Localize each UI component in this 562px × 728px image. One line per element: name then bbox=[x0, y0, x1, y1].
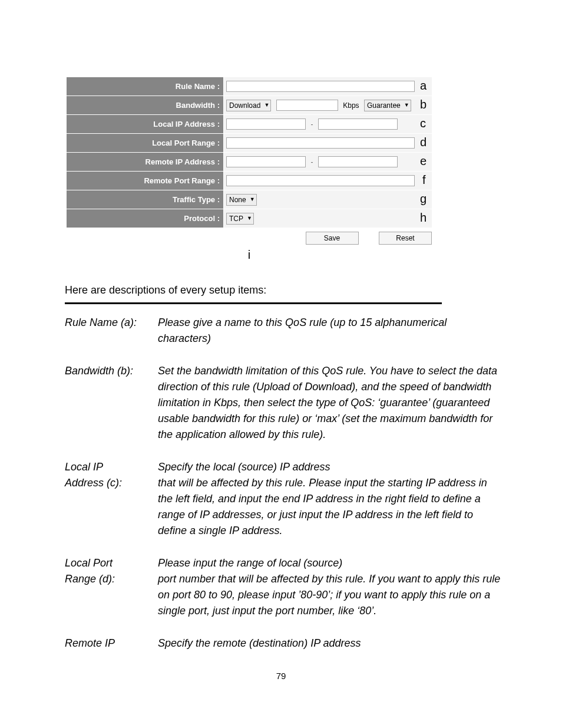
label-remote-port: Remote Port Range : bbox=[67, 172, 224, 190]
field-remote-port bbox=[224, 172, 432, 190]
desc-local-ip-1: Specify the local (source) IP address bbox=[158, 459, 501, 475]
bandwidth-unit: Kbps bbox=[343, 101, 359, 110]
field-remote-ip: - bbox=[224, 153, 432, 172]
desc-rule-name: Please give a name to this QoS rule (up … bbox=[158, 315, 501, 347]
field-bandwidth: Download ▼ Kbps Guarantee ▼ bbox=[224, 96, 432, 115]
bandwidth-type-value: Guarantee bbox=[367, 101, 401, 110]
field-local-ip: - bbox=[224, 115, 432, 134]
callout-b: b bbox=[420, 98, 427, 111]
term-local-port-1: Local Port bbox=[65, 555, 158, 571]
traffic-type-select[interactable]: None ▼ bbox=[226, 194, 257, 206]
field-protocol: TCP ▼ bbox=[224, 209, 432, 228]
local-ip-end-input[interactable] bbox=[318, 118, 398, 130]
desc-local-port-2: port number that will be affected by thi… bbox=[158, 571, 501, 619]
range-separator: - bbox=[310, 158, 313, 166]
callout-h: h bbox=[420, 211, 427, 225]
rule-name-input[interactable] bbox=[226, 81, 415, 92]
range-separator: - bbox=[310, 120, 313, 129]
reset-button[interactable]: Reset bbox=[379, 232, 432, 245]
chevron-down-icon: ▼ bbox=[264, 103, 269, 108]
remote-port-input[interactable] bbox=[226, 175, 415, 186]
protocol-select[interactable]: TCP ▼ bbox=[226, 213, 254, 225]
term-remote-ip: Remote IP bbox=[65, 635, 158, 651]
label-remote-ip: Remote IP Address : bbox=[67, 153, 224, 172]
page: Rule Name : Bandwidth : Download ▼ Kbps … bbox=[0, 0, 562, 728]
protocol-value: TCP bbox=[229, 215, 243, 223]
traffic-type-value: None bbox=[229, 196, 246, 204]
desc-local-ip-2: that will be affected by this rule. Plea… bbox=[158, 475, 501, 539]
local-ip-start-input[interactable] bbox=[226, 118, 306, 130]
qos-form-table: Rule Name : Bandwidth : Download ▼ Kbps … bbox=[67, 77, 432, 228]
callout-e: e bbox=[420, 154, 427, 168]
button-row: Save Reset bbox=[67, 228, 455, 245]
descriptions-table: Rule Name (a): Please give a name to thi… bbox=[65, 315, 501, 651]
term-local-port-2: Range (d): bbox=[65, 571, 158, 619]
remote-ip-start-input[interactable] bbox=[226, 156, 306, 167]
page-number: 79 bbox=[0, 671, 562, 681]
label-local-ip: Local IP Address : bbox=[67, 115, 224, 134]
callout-c: c bbox=[420, 117, 426, 130]
label-rule-name: Rule Name : bbox=[67, 77, 224, 96]
desc-bandwidth: Set the bandwidth limitation of this QoS… bbox=[158, 363, 501, 443]
term-local-ip-2: Address (c): bbox=[65, 475, 158, 539]
letter-i: i bbox=[67, 248, 432, 262]
bandwidth-direction-select[interactable]: Download ▼ bbox=[226, 100, 271, 111]
field-rule-name bbox=[224, 77, 432, 96]
term-rule-name: Rule Name (a): bbox=[65, 315, 158, 347]
intro-text: Here are descriptions of every setup ite… bbox=[65, 284, 497, 297]
divider bbox=[65, 302, 442, 304]
label-protocol: Protocol : bbox=[67, 209, 224, 228]
callout-g: g bbox=[420, 192, 427, 206]
field-local-port bbox=[224, 134, 432, 153]
label-bandwidth: Bandwidth : bbox=[67, 96, 224, 115]
bandwidth-value-input[interactable] bbox=[276, 100, 338, 111]
callout-d: d bbox=[420, 136, 427, 149]
bandwidth-direction-value: Download bbox=[229, 101, 260, 110]
chevron-down-icon: ▼ bbox=[404, 103, 409, 108]
term-bandwidth: Bandwidth (b): bbox=[65, 363, 158, 443]
callout-f: f bbox=[422, 173, 426, 187]
desc-local-port-1: Please input the range of local (source) bbox=[158, 555, 501, 571]
chevron-down-icon: ▼ bbox=[250, 197, 255, 202]
callout-a: a bbox=[420, 79, 427, 93]
chevron-down-icon: ▼ bbox=[247, 216, 252, 221]
local-port-input[interactable] bbox=[226, 137, 415, 149]
qos-form-screenshot: Rule Name : Bandwidth : Download ▼ Kbps … bbox=[67, 77, 497, 262]
term-local-ip-1: Local IP bbox=[65, 459, 158, 475]
field-traffic-type: None ▼ bbox=[224, 190, 432, 209]
bandwidth-type-select[interactable]: Guarantee ▼ bbox=[364, 100, 411, 111]
label-traffic-type: Traffic Type : bbox=[67, 190, 224, 209]
label-local-port: Local Port Range : bbox=[67, 134, 224, 153]
remote-ip-end-input[interactable] bbox=[318, 156, 398, 167]
desc-remote-ip: Specify the remote (destination) IP addr… bbox=[158, 635, 501, 651]
save-button[interactable]: Save bbox=[306, 232, 359, 245]
